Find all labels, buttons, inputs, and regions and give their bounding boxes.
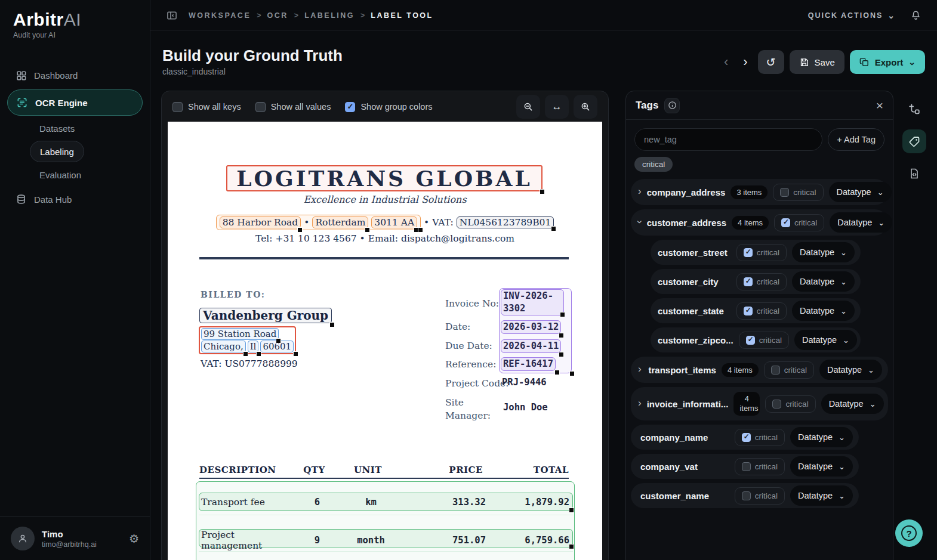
zoom-in-button[interactable] <box>574 95 597 119</box>
bbox-handle[interactable] <box>569 544 574 549</box>
close-icon[interactable]: × <box>876 99 883 112</box>
bbox-date[interactable]: 2026-03-12 <box>501 320 561 334</box>
bbox-due-date[interactable]: 2026-04-11 <box>501 339 561 353</box>
tag-field-company-vat[interactable]: company_vat critical Datatype⌄ <box>631 454 859 479</box>
bbox-handle[interactable] <box>554 370 560 375</box>
bbox-customer-street[interactable]: 99 Station Road <box>201 328 279 340</box>
info-icon[interactable] <box>664 98 680 113</box>
datatype-select[interactable]: Datatype⌄ <box>792 271 855 292</box>
sidebar-item-datasets[interactable]: Datasets <box>30 118 84 138</box>
bbox-handle[interactable] <box>569 508 574 513</box>
user-box[interactable]: Timo timo@arbitrhq.ai ⚙ <box>0 516 150 560</box>
bbox-company-zip[interactable]: 3011 AA <box>371 216 417 228</box>
bbox-customer-address-group[interactable]: 99 Station Road Chicago, Il 60601 <box>199 326 296 354</box>
bbox-handle[interactable] <box>293 351 298 357</box>
critical-toggle[interactable]: critical <box>773 184 823 201</box>
breadcrumb-labeling[interactable]: LABELING <box>304 11 355 20</box>
critical-checkbox[interactable] <box>771 366 780 375</box>
quick-actions-menu[interactable]: QUICK ACTIONS ⌄ <box>808 11 895 20</box>
fit-width-button[interactable]: ↔ <box>545 95 569 119</box>
datatype-select[interactable]: Datatype⌄ <box>819 360 882 380</box>
sidebar-item-data-hub[interactable]: Data Hub <box>7 187 143 211</box>
add-tag-button[interactable]: + Add Tag <box>828 128 884 151</box>
bbox-handle[interactable] <box>297 227 303 233</box>
critical-toggle[interactable]: critical <box>765 395 815 413</box>
document-json-icon[interactable] <box>902 162 926 185</box>
sidebar-item-ocr-engine[interactable]: OCR Engine <box>7 89 143 116</box>
critical-checkbox[interactable] <box>744 248 753 257</box>
bbox-customer-state[interactable]: Il <box>248 341 259 352</box>
critical-checkbox[interactable] <box>772 400 781 409</box>
datatype-select[interactable]: Datatype⌄ <box>829 182 892 202</box>
chevron-right-icon[interactable]: › <box>638 363 643 375</box>
critical-toggle[interactable]: critical <box>736 244 787 261</box>
bbox-handle[interactable] <box>365 227 370 233</box>
critical-checkbox[interactable] <box>742 491 751 500</box>
datatype-select[interactable]: Datatype⌄ <box>830 212 892 233</box>
new-tag-input[interactable] <box>634 128 822 151</box>
critical-toggle[interactable]: critical <box>764 361 814 379</box>
tag-group-invoice-information[interactable]: › invoice_informati... 4 items critical … <box>631 387 888 420</box>
collapse-sidebar-icon[interactable] <box>166 10 178 21</box>
hierarchy-icon[interactable] <box>902 97 926 121</box>
save-button[interactable]: Save <box>790 50 844 74</box>
bbox-handle[interactable] <box>569 371 575 376</box>
breadcrumb-ocr[interactable]: OCR <box>267 11 288 20</box>
bbox-customer-city[interactable]: Chicago, <box>201 341 246 352</box>
bbox-handle[interactable] <box>276 338 281 344</box>
toggle-show-group-colors[interactable]: Show group colors <box>345 102 432 112</box>
chevron-expanded-icon[interactable]: › <box>634 220 646 224</box>
bbox-table-row[interactable]: Transport fee 6 km 313.32 1,879.92 <box>199 493 573 511</box>
tag-group-customer-address[interactable]: › customer_address 4 items critical Data… <box>631 209 888 236</box>
document-page[interactable]: LOGITRANS GLOBAL Excellence in Industria… <box>168 122 602 560</box>
tag-field-customer-name[interactable]: customer_name critical Datatype⌄ <box>631 483 859 508</box>
settings-gear-icon[interactable]: ⚙ <box>129 532 139 546</box>
bbox-company-city[interactable]: Rotterdam <box>312 216 368 228</box>
bbox-table-row[interactable]: Project management 9 month 751.07 6,759.… <box>199 529 573 547</box>
bbox-handle[interactable] <box>540 189 545 194</box>
tag-group-transport-items[interactable]: › transport_items 4 items critical Datat… <box>631 357 888 383</box>
tag-chip-critical[interactable]: critical <box>634 157 673 172</box>
critical-toggle[interactable]: critical <box>774 214 824 231</box>
tag-group-company-address[interactable]: › company_address 3 items critical Datat… <box>631 179 888 205</box>
help-button[interactable]: ? <box>895 519 923 547</box>
show-all-keys-checkbox[interactable] <box>172 102 183 112</box>
show-all-values-checkbox[interactable] <box>255 102 266 112</box>
toggle-show-all-keys[interactable]: Show all keys <box>172 102 241 112</box>
tag-field-company-name[interactable]: company_name critical Datatype⌄ <box>631 425 859 450</box>
bbox-company-vat[interactable]: NL0456123789B01 <box>457 216 554 228</box>
datatype-select[interactable]: Datatype⌄ <box>794 330 857 350</box>
prev-document-button[interactable]: ‹ <box>719 51 733 73</box>
datatype-select[interactable]: Datatype⌄ <box>792 301 855 321</box>
critical-toggle[interactable]: critical <box>735 487 785 505</box>
critical-toggle[interactable]: critical <box>735 458 785 475</box>
breadcrumb-workspace[interactable]: WORKSPACE <box>189 11 251 20</box>
tag-child-customer-state[interactable]: customer_state critical Datatype⌄ <box>651 298 861 323</box>
bbox-handle[interactable] <box>559 352 564 357</box>
bbox-handle[interactable] <box>559 333 564 338</box>
bbox-reference[interactable]: REF-16417 <box>501 357 556 371</box>
critical-checkbox[interactable] <box>742 462 751 471</box>
critical-checkbox[interactable] <box>744 307 753 315</box>
next-document-button[interactable]: › <box>738 51 752 73</box>
datatype-select[interactable]: Datatype⌄ <box>821 394 884 414</box>
sidebar-item-labeling[interactable]: Labeling <box>30 141 84 162</box>
critical-checkbox[interactable] <box>781 218 790 227</box>
bbox-handle[interactable] <box>560 312 565 317</box>
chevron-right-icon[interactable]: › <box>638 185 642 197</box>
undo-button[interactable]: ↺ <box>758 50 784 74</box>
tag-child-customer-street[interactable]: customer_street critical Datatype⌄ <box>651 240 861 265</box>
critical-checkbox[interactable] <box>780 188 789 197</box>
sidebar-item-dashboard[interactable]: Dashboard <box>7 63 143 87</box>
bbox-handle[interactable] <box>418 227 423 233</box>
datatype-select[interactable]: Datatype⌄ <box>790 427 853 447</box>
tag-child-customer-zipcode[interactable]: customer_zipco... critical Datatype⌄ <box>651 327 861 352</box>
critical-toggle[interactable]: critical <box>735 429 785 446</box>
datatype-select[interactable]: Datatype⌄ <box>792 242 855 262</box>
bbox-invoice-no[interactable]: INV-2026-3302 <box>501 289 564 315</box>
datatype-select[interactable]: Datatype⌄ <box>790 456 853 477</box>
bbox-company-street[interactable]: 88 Harbor Road <box>220 216 301 228</box>
critical-toggle[interactable]: critical <box>739 332 789 349</box>
bbox-handle[interactable] <box>329 322 335 327</box>
bbox-handle[interactable] <box>243 351 248 357</box>
